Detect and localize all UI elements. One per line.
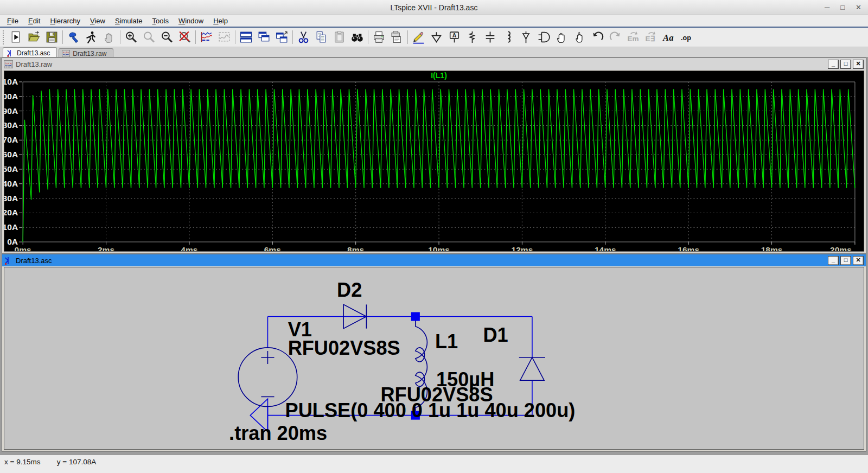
y-axis-label[interactable]: 110A [4, 77, 18, 86]
cut-button[interactable] [295, 29, 312, 46]
undo-button[interactable] [589, 29, 607, 46]
close-icon[interactable]: ✕ [856, 3, 861, 11]
close-icon[interactable]: ✕ [853, 256, 864, 265]
new-schematic-button[interactable] [7, 29, 25, 46]
y-axis-label[interactable]: 20A [4, 208, 18, 217]
text-tool-button[interactable]: Aa [660, 29, 678, 46]
x-axis-label[interactable]: 14ms [595, 245, 616, 251]
schematic-canvas[interactable]: D2V1RFU02VS8SL1D1150µHRFU02VS8SPULSE(0 4… [4, 267, 864, 450]
label-directive[interactable]: .tran 20ms [229, 422, 327, 444]
run-simulation-button[interactable] [82, 29, 100, 46]
net-label-button[interactable]: A [445, 29, 463, 46]
toolbar-separator [292, 30, 293, 44]
schematic-window-titlebar[interactable]: Draft13.asc _ □ ✕ [2, 254, 866, 266]
app-titlebar[interactable]: LTspice XVII - Draft13.asc ─ □ ✕ [0, 0, 868, 15]
schematic-drawing[interactable]: D2V1RFU02VS8SL1D1150µHRFU02VS8SPULSE(0 4… [4, 267, 864, 449]
minimize-icon[interactable]: _ [828, 60, 839, 69]
plot-settings-button [215, 29, 233, 46]
x-axis-label[interactable]: 6ms [264, 245, 281, 251]
tile-vertical-button[interactable] [273, 29, 291, 46]
menu-file[interactable]: File [2, 16, 23, 26]
maximize-icon[interactable]: □ [840, 60, 851, 69]
label-l1-ref[interactable]: L1 [435, 330, 458, 353]
tile-horizontal-button[interactable] [237, 29, 255, 46]
maximize-icon[interactable]: □ [840, 256, 851, 265]
voltage-source-v1-plus[interactable] [261, 351, 274, 364]
label-d1-ref[interactable]: D1 [483, 324, 508, 346]
y-axis-label[interactable]: 10A [4, 222, 18, 232]
x-axis-label[interactable]: 20ms [830, 245, 852, 251]
svg-text:E∃: E∃ [646, 35, 655, 43]
x-axis-label[interactable]: 18ms [761, 245, 783, 251]
y-axis-label[interactable]: 80A [4, 120, 18, 130]
waveform-plot[interactable]: 0A10A20A30A40A50A60A70A80A90A100A110A0ms… [4, 71, 864, 252]
label-v1-value[interactable]: PULSE(0 400 0 1u 1u 40u 200u) [285, 399, 576, 421]
capacitor-button[interactable] [481, 29, 499, 46]
y-axis-label[interactable]: 40A [4, 179, 18, 188]
menu-window[interactable]: Window [174, 16, 208, 26]
resistor-button[interactable] [463, 29, 481, 46]
x-axis-label[interactable]: 16ms [678, 245, 699, 251]
save-button[interactable] [43, 29, 61, 46]
y-axis-label[interactable]: 50A [4, 164, 18, 174]
toolbar-drag-handle[interactable] [2, 30, 5, 44]
menu-view[interactable]: View [85, 16, 110, 26]
close-icon[interactable]: ✕ [853, 60, 864, 69]
waveform-icon [62, 50, 70, 57]
autorange-plot-button[interactable] [197, 29, 215, 46]
x-axis-label[interactable]: 4ms [181, 245, 197, 251]
y-axis-label[interactable]: 90A [4, 106, 18, 116]
x-axis-label[interactable]: 12ms [512, 245, 533, 251]
x-axis-label[interactable]: 2ms [98, 245, 114, 251]
waveform-window-titlebar[interactable]: Draft13.raw _ □ ✕ [2, 58, 866, 70]
move-button[interactable] [553, 29, 571, 46]
waveform-window-title: Draft13.raw [16, 60, 52, 68]
component-button[interactable] [535, 29, 553, 46]
draw-wire-button[interactable] [410, 29, 427, 46]
maximize-icon[interactable]: □ [840, 3, 845, 11]
zoom-in-button[interactable] [122, 29, 140, 46]
label-d2-ref[interactable]: D2 [337, 279, 362, 301]
y-axis-label[interactable]: 70A [4, 135, 18, 144]
print-preview-button[interactable] [388, 29, 406, 46]
control-panel-button[interactable] [65, 29, 82, 46]
inductor-button[interactable] [499, 29, 517, 46]
schematic-window-buttons: _ □ ✕ [828, 256, 864, 265]
cascade-windows-button[interactable] [255, 29, 273, 46]
open-file-button[interactable] [25, 29, 43, 46]
zoom-back-button [140, 29, 158, 46]
tab-label: Draft13.asc [17, 49, 50, 57]
x-axis-label[interactable]: 8ms [347, 245, 364, 251]
waveform-window-buttons: _ □ ✕ [828, 60, 864, 69]
minimize-icon[interactable]: ─ [825, 3, 829, 11]
diode-button[interactable] [517, 29, 535, 46]
label-d2-model[interactable]: RFU02VS8S [288, 337, 400, 359]
y-axis-label[interactable]: 100A [4, 92, 18, 101]
spice-directive-button[interactable]: .op [678, 29, 696, 46]
zoom-out-button[interactable] [158, 29, 176, 46]
waveform-icon [4, 60, 13, 68]
y-axis-label[interactable]: 30A [4, 194, 18, 203]
ground-button[interactable] [427, 29, 445, 46]
menu-simulate[interactable]: Simulate [110, 16, 148, 26]
diode-d1-body[interactable] [520, 357, 544, 380]
waveform-plot-canvas[interactable]: 0A10A20A30A40A50A60A70A80A90A100A110A0ms… [4, 71, 864, 251]
control-panel-icon [67, 30, 80, 44]
node-square-top[interactable] [411, 312, 420, 321]
menu-tools[interactable]: Tools [148, 16, 174, 26]
print-button[interactable] [370, 29, 388, 46]
y-axis-label[interactable]: 60A [4, 150, 18, 159]
menu-hierarchy[interactable]: Hierarchy [45, 16, 85, 26]
drag-button[interactable] [571, 29, 589, 46]
menu-help[interactable]: Help [208, 16, 233, 26]
net-label-icon: A [448, 30, 461, 44]
trace-legend[interactable]: I(L1) [431, 71, 447, 80]
zoom-full-extents-button[interactable] [176, 29, 194, 46]
x-axis-label[interactable]: 10ms [428, 245, 450, 251]
find-button[interactable] [348, 29, 366, 46]
menu-edit[interactable]: Edit [23, 16, 45, 26]
print-preview-icon [390, 30, 404, 44]
minimize-icon[interactable]: _ [828, 256, 839, 265]
x-axis-label[interactable]: 0ms [15, 245, 31, 251]
copy-button[interactable] [312, 29, 330, 46]
